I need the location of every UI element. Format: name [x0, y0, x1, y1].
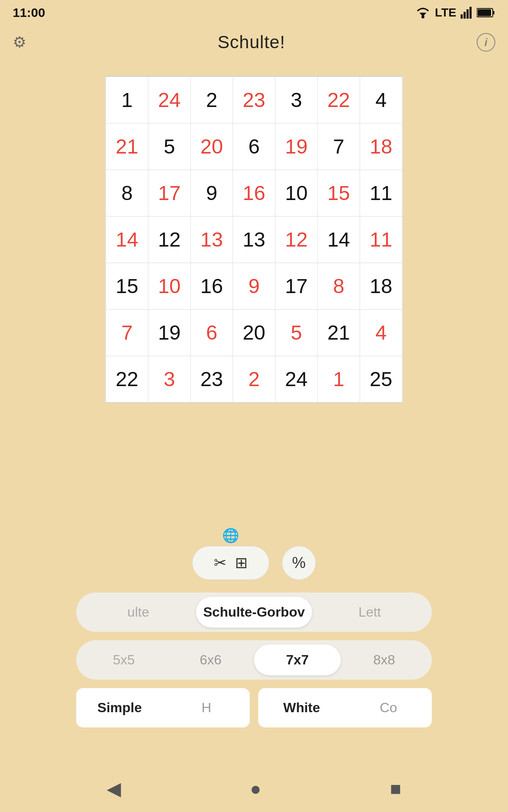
grid-cell[interactable]: 23 — [191, 356, 233, 403]
tools-button[interactable]: ✂ ⊞ — [192, 546, 269, 580]
color-selector: White Co — [258, 688, 432, 727]
grid-cell[interactable]: 17 — [276, 263, 318, 310]
size-5x5[interactable]: 5x5 — [80, 645, 167, 675]
grid-cell[interactable]: 12 — [149, 217, 191, 263]
grid-cell[interactable]: 8 — [106, 170, 149, 217]
grid-cell[interactable]: 1 — [106, 77, 149, 123]
app-title: Schulte! — [218, 32, 285, 52]
schulte-grid: 1242233224215206197188179161015111412131… — [106, 77, 403, 403]
svg-rect-2 — [461, 14, 463, 19]
settings-icon[interactable]: ⚙ — [13, 33, 26, 51]
grid-cell[interactable]: 19 — [276, 123, 318, 170]
percent-button[interactable]: % — [282, 546, 316, 580]
grid-cell[interactable]: 15 — [106, 263, 149, 310]
grid-cell[interactable]: 18 — [360, 123, 403, 170]
grid-cell[interactable]: 24 — [276, 356, 318, 403]
svg-rect-3 — [464, 12, 466, 19]
grid-cell[interactable]: 23 — [233, 77, 276, 123]
size-selector: 5x5 6x6 7x7 8x8 — [76, 640, 432, 680]
grid-cell[interactable]: 7 — [106, 310, 149, 356]
grid-cell[interactable]: 6 — [191, 310, 233, 356]
grid-cell[interactable]: 4 — [360, 77, 403, 123]
grid-cell[interactable]: 6 — [233, 123, 276, 170]
battery-icon — [477, 8, 495, 18]
grid-cell[interactable]: 14 — [318, 217, 360, 263]
style-simple[interactable]: Simple — [76, 688, 163, 727]
grid-cell[interactable]: 2 — [233, 356, 276, 403]
grid-cell[interactable]: 9 — [191, 170, 233, 217]
grid-cell[interactable]: 3 — [276, 77, 318, 123]
svg-rect-8 — [478, 9, 491, 16]
wifi-icon — [415, 7, 431, 19]
color-white[interactable]: White — [258, 688, 345, 727]
nav-bar: ◀ ● ■ — [0, 778, 508, 799]
mode-item-letter[interactable]: Lett — [312, 597, 428, 628]
grid-cell[interactable]: 10 — [276, 170, 318, 217]
grid-cell[interactable]: 20 — [233, 310, 276, 356]
grid-cell[interactable]: 11 — [360, 217, 403, 263]
icon-row: 🌐 ✂ ⊞ % — [192, 546, 316, 580]
grid-cell[interactable]: 24 — [149, 77, 191, 123]
grid-cell[interactable]: 4 — [360, 310, 403, 356]
globe-icon: 🌐 — [222, 527, 239, 543]
grid-cell[interactable]: 16 — [233, 170, 276, 217]
grid-cell[interactable]: 21 — [106, 123, 149, 170]
signal-icon — [461, 7, 472, 19]
recents-button[interactable]: ■ — [390, 778, 401, 799]
qr-icon: ⊞ — [235, 554, 248, 572]
grid-cell[interactable]: 11 — [360, 170, 403, 217]
home-button[interactable]: ● — [250, 778, 261, 799]
grid-cell[interactable]: 9 — [233, 263, 276, 310]
grid-cell[interactable]: 19 — [149, 310, 191, 356]
size-7x7[interactable]: 7x7 — [254, 645, 341, 675]
grid-cell[interactable]: 15 — [318, 170, 360, 217]
grid-cell[interactable]: 5 — [276, 310, 318, 356]
style-h[interactable]: H — [163, 688, 250, 727]
svg-point-1 — [422, 16, 425, 19]
grid-cell[interactable]: 3 — [149, 356, 191, 403]
grid-cell[interactable]: 10 — [149, 263, 191, 310]
grid-cell[interactable]: 17 — [149, 170, 191, 217]
color-co[interactable]: Co — [345, 688, 432, 727]
grid-cell[interactable]: 13 — [191, 217, 233, 263]
grid-cell[interactable]: 8 — [318, 263, 360, 310]
scissors-icon: ✂ — [214, 554, 226, 572]
mode-selector: ulte Schulte-Gorbov Lett — [76, 593, 432, 632]
grid-cell[interactable]: 7 — [318, 123, 360, 170]
svg-rect-7 — [493, 11, 494, 14]
top-bar: ⚙ Schulte! i — [0, 25, 508, 59]
grid-cell[interactable]: 13 — [233, 217, 276, 263]
grid-cell[interactable]: 22 — [318, 77, 360, 123]
status-icons: LTE — [415, 6, 495, 19]
grid-cell[interactable]: 20 — [191, 123, 233, 170]
grid-container: 1242233224215206197188179161015111412131… — [105, 76, 403, 403]
grid-cell[interactable]: 2 — [191, 77, 233, 123]
grid-cell[interactable]: 22 — [106, 356, 149, 403]
size-8x8[interactable]: 8x8 — [341, 645, 428, 675]
grid-cell[interactable]: 18 — [360, 263, 403, 310]
back-button[interactable]: ◀ — [107, 778, 121, 799]
lte-label: LTE — [435, 6, 456, 19]
grid-cell[interactable]: 12 — [276, 217, 318, 263]
info-icon[interactable]: i — [477, 33, 495, 52]
grid-cell[interactable]: 25 — [360, 356, 403, 403]
grid-cell[interactable]: 14 — [106, 217, 149, 263]
status-time: 11:00 — [13, 5, 45, 20]
mode-item-schulte[interactable]: ulte — [80, 597, 196, 628]
grid-cell[interactable]: 21 — [318, 310, 360, 356]
style-selector: Simple H — [76, 688, 250, 727]
svg-rect-5 — [469, 7, 472, 19]
size-6x6[interactable]: 6x6 — [167, 645, 254, 675]
bottom-section: 🌐 ✂ ⊞ % ulte Schulte-Gorbov Lett 5x5 6x6… — [0, 546, 508, 727]
bottom-options: Simple H White Co — [76, 688, 432, 727]
mode-item-schulte-gorbov[interactable]: Schulte-Gorbov — [196, 597, 312, 628]
status-bar: 11:00 LTE — [0, 0, 508, 25]
grid-cell[interactable]: 1 — [318, 356, 360, 403]
grid-cell[interactable]: 16 — [191, 263, 233, 310]
grid-cell[interactable]: 5 — [149, 123, 191, 170]
svg-rect-4 — [467, 9, 469, 19]
